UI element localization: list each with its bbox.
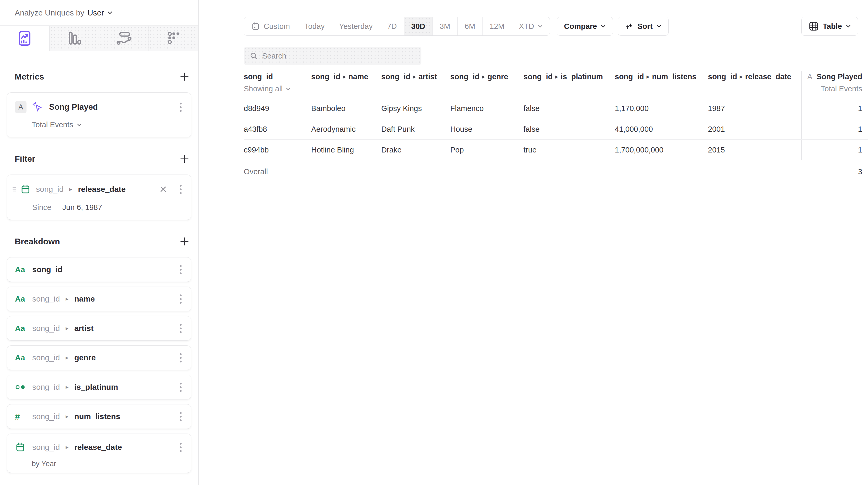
kebab-menu-icon[interactable] — [178, 263, 183, 277]
cell-is-platinum: false — [524, 119, 615, 139]
metric-aggregation-subheader: Total Events — [821, 85, 862, 93]
add-filter-button[interactable] — [179, 154, 190, 164]
range-7d[interactable]: 7D — [380, 17, 404, 35]
breakdown-item[interactable]: song_id ▸ release_date by Year — [7, 433, 191, 473]
compare-label: Compare — [564, 22, 597, 31]
breakdown-child-property: artist — [74, 324, 93, 333]
range-label: 12M — [490, 22, 504, 31]
range-xtd[interactable]: XTD — [512, 17, 550, 35]
text-type-icon: Aa — [15, 265, 27, 274]
table-row[interactable]: d8d949 Bamboleo Gipsy Kings Flamenco fal… — [244, 98, 868, 119]
breakdown-item[interactable]: Aa song_id ▸ artist — [7, 316, 191, 341]
cell-genre: Pop — [450, 140, 524, 160]
filter-value[interactable]: Jun 6, 1987 — [62, 203, 102, 212]
range-label: 6M — [465, 22, 475, 31]
kebab-menu-icon[interactable] — [178, 380, 183, 394]
breakdown-item[interactable]: Aa song_id ▸ genre — [7, 345, 191, 370]
text-type-icon: Aa — [15, 295, 27, 303]
property-arrow: ▸ — [65, 325, 69, 332]
cell-num-listens: 41,000,000 — [615, 119, 708, 139]
tab-bar-chart[interactable] — [49, 26, 99, 51]
breakdown-item[interactable]: song_id ▸ is_platinum — [7, 375, 191, 399]
chevron-down-icon — [846, 25, 851, 28]
breakdown-property: song_id — [32, 265, 62, 274]
breakdown-item[interactable]: Aa song_id ▸ name — [7, 286, 191, 311]
kebab-menu-icon[interactable] — [178, 100, 183, 114]
plus-icon — [180, 72, 189, 81]
filter-card[interactable]: song_id ▸ release_date Since Jun 6, 1987 — [7, 175, 191, 220]
table-row[interactable]: a43fb8 Aerodynamic Daft Punk House false… — [244, 119, 868, 140]
remove-filter-icon[interactable] — [159, 185, 168, 194]
range-label: Today — [304, 22, 324, 31]
chevron-down-icon — [538, 25, 542, 28]
breakdown-bucket-label[interactable]: by Year — [32, 459, 183, 468]
breakdown-item[interactable]: Aa song_id — [7, 257, 191, 282]
kebab-menu-icon[interactable] — [178, 321, 183, 335]
breakdown-table: song_id Showing all song_id▸name song_id… — [244, 71, 868, 183]
plus-icon — [180, 237, 189, 246]
chevron-down-icon — [601, 25, 606, 28]
event-icon — [32, 101, 44, 113]
kebab-menu-icon[interactable] — [178, 292, 183, 306]
cell-name: Aerodynamic — [311, 119, 381, 139]
breakdown-item[interactable]: # song_id ▸ num_listens — [7, 404, 191, 429]
view-type-button[interactable]: Table — [801, 17, 858, 36]
kebab-menu-icon[interactable] — [178, 351, 183, 365]
range-label: 30D — [411, 22, 425, 31]
breakdown-title: Breakdown — [15, 237, 60, 246]
chevron-down-icon — [656, 25, 661, 28]
kebab-menu-icon[interactable] — [178, 410, 183, 424]
date-range-control: Custom Today Yesterday 7D 30D 3M 6M 12M … — [244, 17, 550, 36]
breakdown-section-head: Breakdown — [15, 236, 190, 247]
filter-operator-dropdown[interactable]: Since — [32, 203, 52, 212]
table-row[interactable]: c994bb Hotline Bling Drake Pop true 1,70… — [244, 140, 868, 160]
range-6m[interactable]: 6M — [457, 17, 482, 35]
column-header[interactable]: song_id▸is_platinum — [524, 71, 615, 98]
column-header[interactable]: song_id▸name — [311, 71, 381, 98]
compare-button[interactable]: Compare — [557, 17, 613, 36]
kebab-menu-icon[interactable] — [178, 440, 183, 454]
range-3m[interactable]: 3M — [432, 17, 457, 35]
bar-chart-icon — [66, 30, 83, 47]
breakdown-parent-property: song_id — [32, 295, 60, 303]
retention-grid-icon — [165, 30, 182, 47]
sort-button[interactable]: Sort — [618, 17, 669, 36]
property-arrow: ▸ — [65, 413, 69, 420]
range-12m[interactable]: 12M — [482, 17, 512, 35]
add-metric-button[interactable] — [179, 71, 190, 82]
cell-genre: Flamenco — [450, 98, 524, 119]
search-box[interactable] — [244, 47, 422, 65]
search-input[interactable] — [262, 52, 415, 60]
cell-name: Bamboleo — [311, 98, 381, 119]
calendar-icon — [251, 22, 260, 31]
overall-label: Overall — [244, 160, 311, 183]
range-custom[interactable]: Custom — [244, 17, 297, 35]
filter-parent-property: song_id — [36, 185, 63, 194]
overall-value: 3 — [801, 160, 868, 183]
analyze-entity-dropdown[interactable]: User — [87, 8, 112, 17]
add-breakdown-button[interactable] — [179, 236, 190, 247]
cell-num-listens: 1,170,000 — [615, 98, 708, 119]
column-header[interactable]: song_id Showing all — [244, 71, 311, 98]
kebab-menu-icon[interactable] — [178, 182, 183, 196]
tab-retention-grid[interactable] — [149, 26, 198, 51]
metric-column-header[interactable]: ASong Played Total Events — [801, 71, 868, 98]
range-30d[interactable]: 30D — [404, 17, 432, 35]
metric-card[interactable]: A Song Played Total Events — [7, 92, 191, 137]
column-header[interactable]: song_id▸genre — [450, 71, 524, 98]
cell-genre: House — [450, 119, 524, 139]
column-header[interactable]: song_id▸num_listens — [615, 71, 708, 98]
tab-flows[interactable] — [99, 26, 149, 51]
metric-letter-badge: A — [15, 101, 27, 113]
metric-aggregation-dropdown[interactable]: Total Events — [32, 120, 191, 129]
column-header[interactable]: song_id▸artist — [381, 71, 450, 98]
analyze-row: Analyze Uniques by User — [0, 0, 198, 26]
tab-insights-line-chart[interactable] — [0, 26, 49, 51]
showing-all-dropdown[interactable]: Showing all — [244, 85, 311, 93]
column-header[interactable]: song_id▸release_date — [708, 71, 801, 98]
breakdown-parent-property: song_id — [32, 353, 60, 362]
text-type-icon: Aa — [15, 353, 27, 362]
range-today[interactable]: Today — [297, 17, 332, 35]
drag-handle-icon[interactable] — [12, 186, 17, 192]
range-yesterday[interactable]: Yesterday — [332, 17, 380, 35]
